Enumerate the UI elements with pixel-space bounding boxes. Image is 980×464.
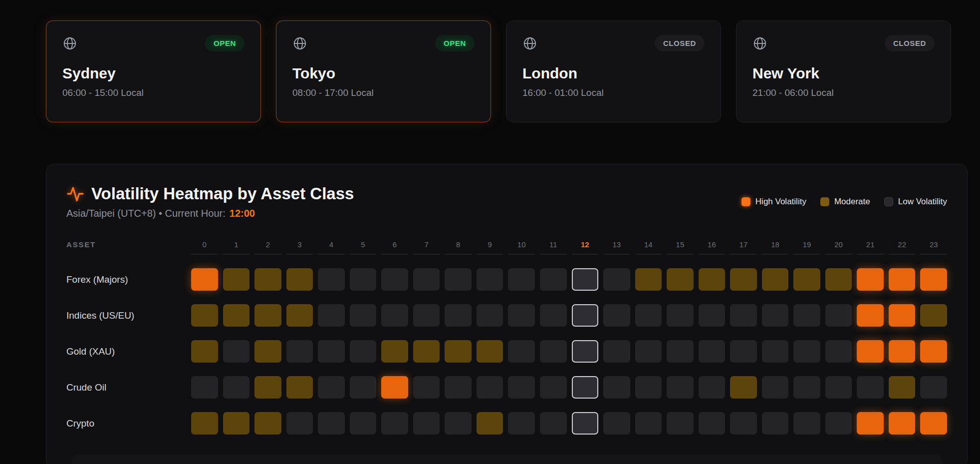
- heatmap-cell: [508, 304, 535, 327]
- heatmap-cell: [445, 304, 472, 327]
- heatmap-cell: [223, 340, 250, 363]
- heatmap-cell: [572, 268, 599, 291]
- heatmap-cell: [191, 340, 218, 363]
- heatmap-cell: [920, 304, 947, 327]
- heatmap-cell: [825, 376, 852, 399]
- heatmap-cell: [191, 304, 218, 327]
- session-card-top: OPEN: [62, 35, 245, 51]
- heatmap-cell: [793, 376, 820, 399]
- heatmap-cell: [635, 268, 662, 291]
- heatmap-cell: [603, 340, 630, 363]
- heatmap-cell: [286, 412, 313, 435]
- heatmap-cell: [699, 340, 726, 363]
- session-card-top: CLOSED: [522, 35, 705, 51]
- session-card[interactable]: CLOSED New York 21:00 - 06:00 Local: [736, 20, 951, 122]
- heatmap-grid: ASSET 0123456789101112131415161718192021…: [66, 240, 947, 435]
- heatmap-cell: [254, 376, 281, 399]
- heatmap-cell: [572, 304, 599, 327]
- session-city-name: London: [522, 65, 705, 82]
- heatmap-cell: [381, 376, 408, 399]
- globe-icon: [292, 36, 307, 51]
- heatmap-cell: [445, 268, 472, 291]
- heatmap-cell: [318, 304, 345, 327]
- heatmap-cell: [667, 304, 694, 327]
- asset-row-label: Forex (Majors): [66, 274, 186, 285]
- heatmap-cell: [920, 340, 947, 363]
- heatmap-cell: [286, 376, 313, 399]
- heatmap-cell: [730, 268, 757, 291]
- session-city-name: Tokyo: [292, 65, 475, 82]
- heatmap-cell: [699, 376, 726, 399]
- heatmap-cell: [603, 376, 630, 399]
- heatmap-cell: [603, 412, 630, 435]
- hour-label: 9: [477, 240, 503, 255]
- hour-label: 17: [730, 240, 757, 255]
- heatmap-cell: [508, 340, 535, 363]
- hour-label: 0: [191, 240, 218, 255]
- heatmap-cell: [825, 304, 852, 327]
- legend-swatch: [820, 197, 829, 206]
- heatmap-cell: [730, 376, 757, 399]
- heatmap-cell: [857, 340, 884, 363]
- panel-title: Volatility Heatmap by Asset Class: [91, 184, 354, 203]
- heatmap-cell: [667, 340, 694, 363]
- heatmap-cell: [286, 304, 313, 327]
- asset-row-label: Gold (XAU): [66, 346, 186, 357]
- heatmap-cell: [793, 412, 820, 435]
- heatmap-cell: [286, 268, 313, 291]
- heatmap-cell: [413, 376, 440, 399]
- next-section-stub: [71, 455, 942, 464]
- heatmap-cell: [286, 340, 313, 363]
- heatmap-cell: [477, 304, 503, 327]
- asset-row-label: Crude Oil: [66, 382, 186, 393]
- heatmap-cell: [699, 304, 726, 327]
- activity-pulse-icon: [66, 185, 84, 203]
- hour-label: 3: [286, 240, 313, 255]
- heatmap-cell: [540, 340, 567, 363]
- heatmap-cell: [540, 376, 567, 399]
- heatmap-cell: [477, 412, 503, 435]
- globe-icon: [752, 36, 767, 51]
- heatmap-cell: [350, 304, 377, 327]
- hour-label: 19: [793, 240, 820, 255]
- session-status-badge: OPEN: [205, 35, 245, 51]
- heatmap-cell: [445, 340, 472, 363]
- heatmap-cell: [762, 412, 789, 435]
- hour-label: 8: [445, 240, 472, 255]
- heatmap-cell: [889, 268, 916, 291]
- heatmap-cell: [667, 376, 694, 399]
- heatmap-cell: [667, 268, 694, 291]
- hour-label: 15: [667, 240, 694, 255]
- timezone-subtitle: Asia/Taipei (UTC+8) • Current Hour:12:00: [66, 208, 354, 219]
- heatmap-cell: [699, 268, 726, 291]
- session-card[interactable]: OPEN Sydney 06:00 - 15:00 Local: [46, 20, 261, 122]
- hour-label: 11: [540, 240, 567, 255]
- session-hours: 06:00 - 15:00 Local: [62, 87, 245, 98]
- heatmap-cell: [540, 268, 567, 291]
- heatmap-cell: [508, 268, 535, 291]
- heatmap-cell: [857, 376, 884, 399]
- hour-label: 18: [762, 240, 789, 255]
- heatmap-cell: [572, 340, 599, 363]
- heatmap-cell: [762, 340, 789, 363]
- session-card[interactable]: OPEN Tokyo 08:00 - 17:00 Local: [276, 20, 491, 122]
- heatmap-cell: [413, 268, 440, 291]
- heatmap-cell: [350, 412, 377, 435]
- heatmap-cell: [477, 340, 503, 363]
- current-hour-value: 12:00: [230, 208, 255, 219]
- heatmap-cell: [254, 268, 281, 291]
- hour-label: 2: [254, 240, 281, 255]
- timezone-label: Asia/Taipei (UTC+8) • Current Hour:: [66, 208, 226, 219]
- volatility-legend: High Volatility Moderate Low Volatility: [741, 197, 947, 207]
- heatmap-cell: [762, 268, 789, 291]
- heatmap-cell: [318, 376, 345, 399]
- heatmap-cell: [477, 268, 503, 291]
- session-city-name: Sydney: [62, 65, 245, 82]
- heatmap-cell: [413, 304, 440, 327]
- hour-label: 10: [508, 240, 535, 255]
- asset-row-label: Indices (US/EU): [66, 310, 186, 321]
- heatmap-cell: [350, 268, 377, 291]
- session-card[interactable]: CLOSED London 16:00 - 01:00 Local: [506, 20, 721, 122]
- heatmap-cell: [223, 412, 250, 435]
- globe-icon: [522, 36, 537, 51]
